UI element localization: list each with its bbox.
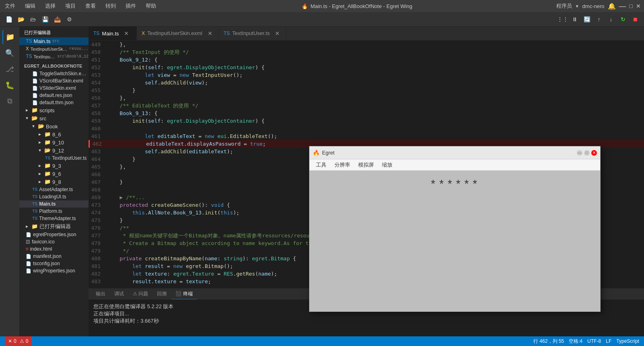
pause-btn[interactable]: ⏸ xyxy=(569,14,580,25)
folder-98[interactable]: ▶ 📁 9_8 xyxy=(19,178,89,186)
93-arrow: ▶ xyxy=(39,163,44,168)
file-indexhtml[interactable]: H index.html xyxy=(19,245,89,253)
ts-icon-aa: TS xyxy=(32,187,37,192)
file-vsliderskin[interactable]: 📄 VSliderSkin.exml xyxy=(19,84,89,92)
problems-tab[interactable]: ⚠ 问题 xyxy=(129,289,152,299)
file-toggleswitchskin[interactable]: 📄 ToggleSwitchSkin.exml xyxy=(19,70,89,77)
file-platform[interactable]: TS Platform.ts xyxy=(19,208,89,215)
tab-maints-close[interactable]: ✕ xyxy=(123,30,130,37)
file-maints[interactable]: TS Main.ts xyxy=(19,200,89,208)
tab-textinputuser[interactable]: TS TextInputUser.ts ✕ xyxy=(219,27,287,40)
callstack-tab[interactable]: 回溯 xyxy=(153,289,171,299)
open-file-textinputuser[interactable]: TS TextInputUser.ts src\Book\9_12 xyxy=(19,53,89,60)
save-btn[interactable]: 💾 xyxy=(39,14,51,25)
exml-icon: 📄 xyxy=(32,71,38,76)
file-textinputuser[interactable]: TS TextInputUser.ts xyxy=(19,154,89,162)
menu-view[interactable]: 查看 xyxy=(84,2,97,10)
code-line-449: 449 }, xyxy=(89,41,644,48)
folder-912[interactable]: ▼ 📂 9_12 xyxy=(19,146,89,154)
menu-help[interactable]: 帮助 xyxy=(144,2,158,10)
egret-window-title: Egret xyxy=(322,150,334,156)
explorer-icon[interactable]: 📁 xyxy=(2,30,17,44)
egret-restore-btn[interactable]: □ xyxy=(584,150,590,156)
terminal-tab[interactable]: ⬛ 终端 xyxy=(171,289,196,299)
git-icon[interactable]: ⎇ xyxy=(2,62,17,76)
egret-menu-bar: 工具 分辨率 模拟屏 缩放 xyxy=(310,159,600,171)
open-file-textinputuserskin[interactable]: X TextInputUserSkin.exml resou... xyxy=(19,45,89,53)
json-icon-ts: 📄 xyxy=(26,261,31,266)
folder-icon-book: 📂 xyxy=(38,123,44,130)
json-icon-wp: 📄 xyxy=(26,268,31,274)
folder-template[interactable]: ▶ 📁 已打开编辑器 xyxy=(19,222,89,231)
egret-menu-simulator[interactable]: 模拟屏 xyxy=(355,160,377,170)
language-mode[interactable]: TypeScript xyxy=(616,338,639,344)
folder-scripts[interactable]: ▶ 📁 scripts xyxy=(19,106,89,114)
open-file-btn[interactable]: 📂 xyxy=(15,14,27,25)
file-themeadapter[interactable]: TS ThemeAdapter.ts xyxy=(19,215,89,222)
extensions-icon[interactable]: ⧉ xyxy=(2,94,17,109)
exml-file-icon: X xyxy=(26,46,29,52)
folder-96[interactable]: ▶ 📁 9_6 xyxy=(19,170,89,178)
open-folder-btn[interactable]: 🗁 xyxy=(27,14,39,25)
file-tsconfig[interactable]: 📄 tsconfig.json xyxy=(19,260,89,267)
tab-maints[interactable]: TS Main.ts ✕ xyxy=(89,27,137,40)
search-icon[interactable]: 🔍 xyxy=(2,46,17,60)
stop-btn[interactable]: ⏹ xyxy=(630,14,641,25)
step-down-btn[interactable]: ↓ xyxy=(605,14,617,25)
settings-btn[interactable]: ⚙ xyxy=(64,14,75,25)
export-btn[interactable]: 📤 xyxy=(52,14,63,25)
file-defaultthmjson[interactable]: 📄 default.thm.json xyxy=(19,99,89,106)
tab-textinputuser-close[interactable]: ✕ xyxy=(274,30,281,37)
error-count[interactable]: ✕ 0 ⚠ 0 xyxy=(5,336,31,346)
folder-910[interactable]: ▶ 📁 9_10 xyxy=(19,138,89,146)
tab-textinputuserskin[interactable]: X TextInputUserSkin.exml ✕ xyxy=(137,27,219,40)
tab-maints-label: Main.ts xyxy=(102,31,119,37)
menu-edit[interactable]: 编辑 xyxy=(23,2,37,10)
file-loadingui[interactable]: TS LoadingUI.ts xyxy=(19,193,89,200)
menu-project[interactable]: 项目 xyxy=(64,2,77,10)
file-vscrollbarskin[interactable]: 📄 VScrollBarSkin.exml xyxy=(19,77,89,84)
minimize-btn[interactable]: — xyxy=(619,2,626,10)
step-up-btn[interactable]: ↑ xyxy=(593,14,605,25)
restore-btn[interactable]: □ xyxy=(630,3,633,9)
folder-book[interactable]: ▼ 📂 Book xyxy=(19,122,89,130)
egret-menu-tools[interactable]: 工具 xyxy=(313,160,330,170)
cursor-position: 行 462，列 55 xyxy=(533,338,564,345)
egret-close-btn[interactable]: ✕ xyxy=(591,150,597,156)
egret-menu-resolution[interactable]: 分辨率 xyxy=(331,160,353,170)
code-line-459: 459 init(self: egret.DisplayObjectContai… xyxy=(89,117,644,125)
file-egretprops[interactable]: 📄 egretProperties.json xyxy=(19,231,89,238)
user-dropdown[interactable]: ▼ xyxy=(575,4,579,8)
warning-icon: ⚠ xyxy=(20,338,24,344)
file-assetadapter[interactable]: TS AssetAdapter.ts xyxy=(19,186,89,193)
tab-textinputuserskin-close[interactable]: ✕ xyxy=(206,30,214,37)
close-btn[interactable]: ✕ xyxy=(636,3,641,9)
debug-tab[interactable]: 调试 xyxy=(110,289,128,299)
egret-minimize-btn[interactable]: — xyxy=(577,150,582,156)
code-line-453: 453 let view = new TextInputUser(); xyxy=(89,71,644,79)
folder-86[interactable]: ▶ 📁 8_6 xyxy=(19,130,89,138)
file-manifestjson[interactable]: 📄 manifest.json xyxy=(19,253,89,260)
open-file-main[interactable]: TS Main.ts src xyxy=(19,37,89,45)
folder-93[interactable]: ▶ 📁 9_3 xyxy=(19,162,89,170)
debug-config-btn[interactable]: ⋮⋮ xyxy=(557,14,568,25)
egret-password-display: ****** xyxy=(430,179,480,191)
bell-icon[interactable]: 🔔 xyxy=(608,2,616,10)
menu-select[interactable]: 选择 xyxy=(43,2,57,10)
menu-goto[interactable]: 转到 xyxy=(104,2,118,10)
menu-file[interactable]: 文件 xyxy=(3,2,17,10)
ts-file-icon2: TS xyxy=(26,54,32,60)
debug-icon[interactable]: 🐛 xyxy=(2,78,17,93)
html-icon: H xyxy=(26,247,29,251)
file-defaultresjson[interactable]: 📄 default.res.json xyxy=(19,92,89,99)
menu-plugins[interactable]: 插件 xyxy=(124,2,138,10)
run-btn[interactable]: ↻ xyxy=(617,14,629,25)
egret-title-bar: 🔥 Egret — □ ✕ xyxy=(310,146,600,159)
folder-src[interactable]: ▼ 📂 src xyxy=(19,114,89,122)
egret-menu-zoom[interactable]: 缩放 xyxy=(379,160,396,170)
refresh-btn[interactable]: 🔄 xyxy=(581,14,592,25)
output-tab[interactable]: 输出 xyxy=(92,289,109,299)
new-file-btn[interactable]: 📄 xyxy=(3,14,14,25)
file-wingprops[interactable]: 📄 wingProperties.json xyxy=(19,267,89,274)
file-favicon[interactable]: 🖼 favicon.ico xyxy=(19,238,89,245)
